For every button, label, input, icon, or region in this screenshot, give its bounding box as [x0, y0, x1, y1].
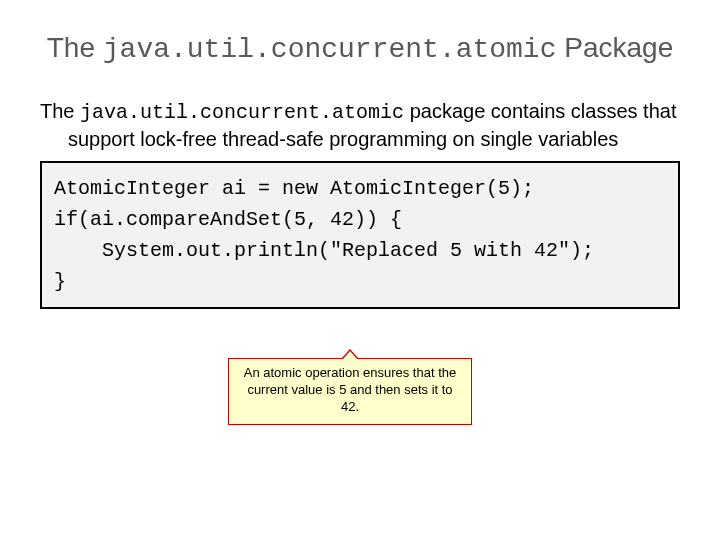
title-pre: The	[47, 32, 103, 63]
slide: The java.util.concurrent.atomic Package …	[0, 0, 720, 329]
title-post: Package	[556, 32, 673, 63]
code-block: AtomicInteger ai = new AtomicInteger(5);…	[40, 161, 680, 309]
body-text: The java.util.concurrent.atomic package …	[68, 98, 680, 153]
body-pre: The	[40, 100, 80, 122]
callout-note: An atomic operation ensures that the cur…	[228, 358, 472, 425]
body-mono: java.util.concurrent.atomic	[80, 101, 404, 124]
slide-title: The java.util.concurrent.atomic Package	[40, 30, 680, 68]
title-mono: java.util.concurrent.atomic	[103, 34, 557, 65]
